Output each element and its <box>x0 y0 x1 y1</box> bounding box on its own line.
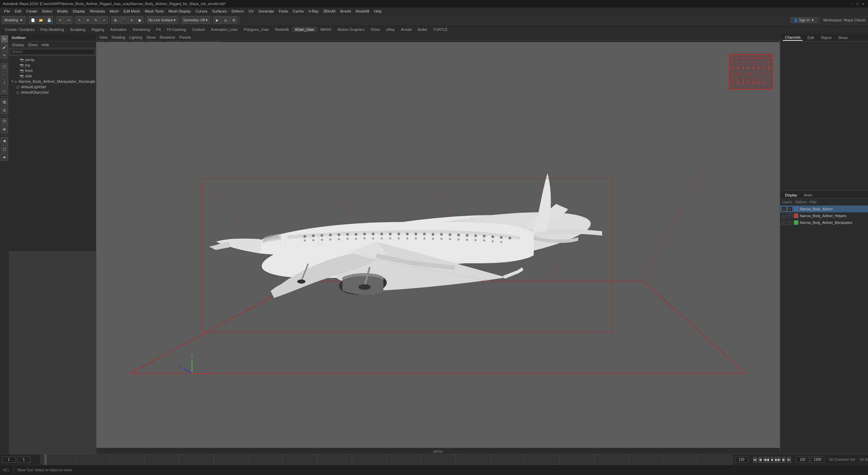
goto-end-btn[interactable]: ⏭ <box>787 457 791 463</box>
layer-row-1[interactable]: VPNarrow_Body_Airliner_Helpers <box>780 212 868 219</box>
select-mode-btn[interactable]: ↖ <box>1 35 8 43</box>
tab-animation[interactable]: Animation <box>107 27 130 32</box>
layer-p-btn-2[interactable]: P <box>788 220 792 225</box>
layer-header-layers[interactable]: Layers <box>782 200 792 204</box>
tab-bullet[interactable]: Bullet <box>415 27 430 32</box>
outliner-menu-show[interactable]: Show <box>26 42 39 48</box>
edge-mode-btn[interactable]: / <box>1 79 8 87</box>
menu-item-redshift[interactable]: Redshift <box>354 8 371 14</box>
layer-v-btn-1[interactable]: V <box>782 213 786 218</box>
outliner-menu-help[interactable]: Help <box>40 42 51 48</box>
tab-custom[interactable]: Custom <box>189 27 208 32</box>
tab-fit-caching[interactable]: Fit Caching <box>164 27 189 32</box>
menu-item-mesh-display[interactable]: Mesh Display <box>166 8 193 14</box>
history-btn[interactable]: ⏱ <box>1 118 8 125</box>
menu-item-help[interactable]: Help <box>372 8 384 14</box>
rp-tab-show[interactable]: Show <box>836 35 850 40</box>
menu-item-fonts[interactable]: Fonts <box>277 8 290 14</box>
menu-item-windows[interactable]: Windows <box>88 8 107 14</box>
scale-tool-btn[interactable]: ⤢ <box>100 16 108 24</box>
layer-v-btn-2[interactable]: V <box>782 220 786 225</box>
render-btn[interactable]: ▶ <box>214 16 221 24</box>
viewport-content[interactable]: X Y Z Prop Move Render Bullet All Info <box>96 42 780 448</box>
tree-item-1[interactable]: 📷top <box>10 62 95 68</box>
start-frame-input[interactable] <box>17 457 31 463</box>
tree-item-5[interactable]: ◻defaultLightSet <box>10 84 95 90</box>
select-tool-btn[interactable]: ↖ <box>76 16 83 24</box>
step-fwd-btn[interactable]: ▶ <box>782 457 786 463</box>
snap-to-point-btn[interactable]: ⊙ <box>1 107 8 114</box>
lasso-btn[interactable]: ∿ <box>1 52 8 59</box>
rp-tab-object[interactable]: Object <box>818 35 833 40</box>
tree-item-0[interactable]: 📷persp <box>10 57 95 62</box>
snap-point-btn[interactable]: ⊙ <box>128 16 135 24</box>
face-mode-btn[interactable]: □ <box>1 87 8 95</box>
snap-grid-btn[interactable]: ⊞ <box>112 16 119 24</box>
vp-menu-renderer[interactable]: Renderer <box>158 35 177 40</box>
menu-item-mesh-tools[interactable]: Mesh Tools <box>143 8 165 14</box>
menu-item-3dtoall[interactable]: 3DtoAll <box>321 8 337 14</box>
tab-curves-/-surfaces[interactable]: Curves / Surfaces <box>2 27 37 32</box>
snap-curve-btn[interactable]: ⌒ <box>120 16 127 24</box>
tree-item-4[interactable]: ▼▷Narrow_Body_Airliner_Manipulator_Recta… <box>10 79 95 84</box>
menu-item-mesh[interactable]: Mesh <box>107 8 121 14</box>
menu-item-surfaces[interactable]: Surfaces <box>210 8 229 14</box>
tab-vray[interactable]: vRay <box>383 27 397 32</box>
menu-item-file[interactable]: File <box>2 8 12 14</box>
menu-item-curves[interactable]: Curves <box>194 8 210 14</box>
menu-item-select[interactable]: Select <box>40 8 55 14</box>
tab-arnold[interactable]: Arnold <box>398 27 414 32</box>
tab-motion-graphics[interactable]: Motion Graphics <box>335 27 367 32</box>
tab-animation-user[interactable]: Animation_User <box>208 27 240 32</box>
menu-item-deform[interactable]: Deform <box>230 8 246 14</box>
layer-v-btn-0[interactable]: V <box>782 207 786 211</box>
ipr-btn[interactable]: ◎ <box>222 16 229 24</box>
move-tool-btn[interactable]: ✛ <box>84 16 92 24</box>
current-frame-input[interactable] <box>2 457 16 463</box>
vp-menu-panels[interactable]: Panels <box>178 35 193 40</box>
tree-item-3[interactable]: 📷side <box>10 73 95 79</box>
step-back-btn[interactable]: ◀ <box>758 457 762 463</box>
layer-p-btn-1[interactable]: P <box>788 213 792 218</box>
tab-xgen-user[interactable]: XGen_User <box>292 27 317 32</box>
new-scene-btn[interactable]: 📄 <box>29 16 37 24</box>
tab-polygons-user[interactable]: Polygons_User <box>241 27 272 32</box>
layer-p-btn-0[interactable]: P <box>788 207 792 211</box>
redo-btn[interactable]: ↪ <box>65 16 72 24</box>
tab-turtle[interactable]: TURTLE <box>431 27 451 32</box>
render-settings-btn[interactable]: ⚙ <box>230 16 237 24</box>
tab-mash[interactable]: MASH <box>318 27 334 32</box>
symmetry-btn[interactable]: Symmetry: Off ▼ <box>182 16 210 24</box>
maximize-button[interactable]: □ <box>855 1 860 6</box>
menu-item-uv[interactable]: UV <box>246 8 256 14</box>
viewport[interactable]: ViewShadingLightingShowRendererPanels 📷 … <box>96 34 780 455</box>
goto-start-btn[interactable]: ⏮ <box>753 457 757 463</box>
menu-item-edit[interactable]: Edit <box>13 8 23 14</box>
play-fwd-btn[interactable]: ▶▶ <box>775 457 781 463</box>
menu-item-edit-mesh[interactable]: Edit Mesh <box>121 8 142 14</box>
rotate-tool-btn[interactable]: ↻ <box>92 16 100 24</box>
mode-dropdown[interactable]: Modeling ▼ <box>2 16 25 24</box>
layer-header-help[interactable]: Help <box>809 200 816 204</box>
close-button[interactable]: × <box>861 1 865 6</box>
outliner-search-input[interactable] <box>10 49 95 55</box>
vp-menu-view[interactable]: View <box>98 35 109 40</box>
range-end3-input[interactable] <box>811 457 824 463</box>
save-scene-btn[interactable]: 💾 <box>45 16 53 24</box>
rp-bottom-tab-anim[interactable]: Anim <box>802 192 814 198</box>
range-end2-input[interactable] <box>796 457 809 463</box>
snap-to-grid-btn[interactable]: ⊞ <box>1 98 8 106</box>
sign-in-button[interactable]: 👤 Sign In ▼ <box>791 17 817 23</box>
tab-poly-modeling[interactable]: Poly Modeling <box>38 27 66 32</box>
no-live-surface-btn[interactable]: No Live Surface ▼ <box>147 16 178 24</box>
tab-redshift[interactable]: Redshift <box>272 27 291 32</box>
outliner-menu-display[interactable]: Display <box>10 42 26 48</box>
timeline-area[interactable] <box>41 454 732 465</box>
menu-item-arnold[interactable]: Arnold <box>338 8 353 14</box>
play-back-btn[interactable]: ◀◀ <box>763 457 769 463</box>
component-mode-btn[interactable]: ⬡ <box>1 63 8 70</box>
minimize-button[interactable]: − <box>850 1 854 6</box>
layer-row-2[interactable]: VPNarrow_Body_Airliner_Manipulator <box>780 219 868 226</box>
menu-item-display[interactable]: Display <box>71 8 87 14</box>
tab-xgen[interactable]: XGen <box>368 27 383 32</box>
